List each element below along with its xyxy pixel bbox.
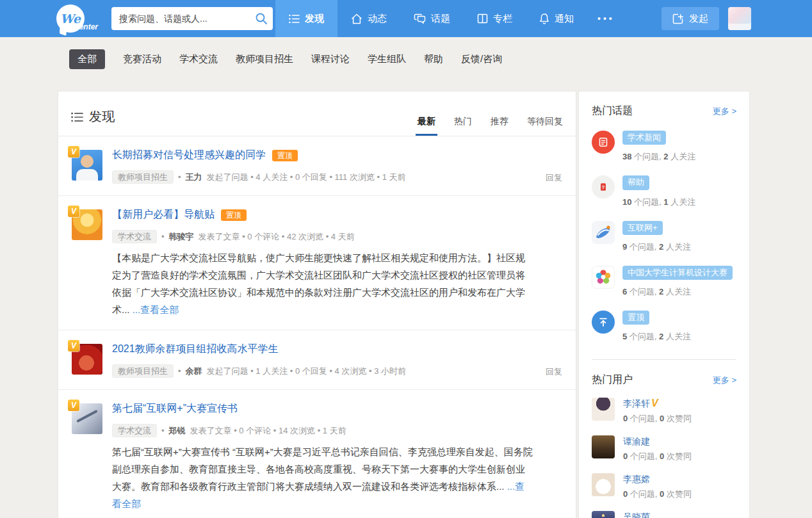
nav-label: 专栏 bbox=[493, 13, 512, 25]
nav-item-discover[interactable]: 发现 bbox=[275, 0, 337, 37]
reply-link[interactable]: 回复 bbox=[546, 172, 562, 184]
hot-user-row: 李泽轩V 0 个问题, 0 次赞同 bbox=[592, 398, 736, 425]
hot-topic-row: 置顶 5 个问题, 2 人关注 bbox=[592, 311, 736, 343]
hot-users-title: 热门用户 bbox=[592, 373, 633, 387]
user-name-link[interactable]: 吴晓茵 bbox=[623, 512, 650, 518]
hot-topic-row: ? 帮助 10 个问题, 1 人关注 bbox=[592, 175, 736, 207]
nav-item-notifications[interactable]: 通知 bbox=[526, 0, 587, 37]
user-avatar[interactable] bbox=[592, 473, 615, 496]
reply-link[interactable]: 回复 bbox=[546, 366, 562, 378]
topic-tag[interactable]: 教师项目招生 bbox=[112, 364, 174, 378]
topic-stats: 6 个问题, 2 人关注 bbox=[622, 286, 733, 298]
news-topic-icon[interactable] bbox=[592, 131, 615, 154]
topic-tag-link[interactable]: 学术新闻 bbox=[622, 131, 666, 145]
topic-tag[interactable]: 学术交流 bbox=[112, 230, 157, 243]
feed-header: 发现 最新 热门 推荐 等待回复 bbox=[58, 92, 576, 136]
user-avatar[interactable] bbox=[592, 511, 615, 518]
right-sidebar: 热门话题 更多 > 学术新闻 38 个问题, 2 人关注 ? bbox=[578, 91, 750, 518]
current-user-avatar[interactable] bbox=[728, 7, 751, 30]
author-link[interactable]: 王力 bbox=[186, 172, 202, 183]
swoosh-logo-icon bbox=[592, 221, 615, 244]
hot-topics-more-link[interactable]: 更多 > bbox=[713, 106, 736, 117]
topic-tag-link[interactable]: 中国大学生计算机设计大赛 bbox=[622, 266, 733, 280]
pinned-topic-icon[interactable] bbox=[592, 311, 615, 334]
topic-tag-link[interactable]: 置顶 bbox=[622, 311, 649, 325]
author-link[interactable]: 余群 bbox=[186, 366, 202, 377]
topic-tag-link[interactable]: 互联网+ bbox=[622, 221, 663, 235]
filter-help[interactable]: 帮助 bbox=[424, 53, 443, 65]
hot-users-more-link[interactable]: 更多 > bbox=[713, 375, 736, 386]
topic-stats: 10 个问题, 1 人关注 bbox=[622, 197, 695, 208]
wecenter-logo[interactable]: We Center bbox=[56, 0, 106, 37]
feed-item: V 【新用户必看】导航贴 置顶 学术交流 • 韩骏宇 发表了文章 • 0 个评论… bbox=[58, 196, 576, 330]
publish-button[interactable]: 发起 bbox=[662, 7, 719, 30]
page-title: 发现 bbox=[89, 108, 115, 125]
filter-academic[interactable]: 学术交流 bbox=[179, 53, 218, 65]
content-area: 发现 最新 热门 推荐 等待回复 V 长期招募对信号处理感兴趣的同学 置顶 bbox=[58, 91, 750, 518]
question-title-link[interactable]: 长期招募对信号处理感兴趣的同学 bbox=[112, 149, 266, 162]
nav-label: 发现 bbox=[305, 13, 324, 25]
verified-badge: V bbox=[651, 398, 658, 409]
discover-list-icon bbox=[289, 14, 300, 24]
topic-stats: 9 个问题, 2 人关注 bbox=[622, 241, 691, 253]
category-filter-bar: 全部 竞赛活动 学术交流 教师项目招生 课程讨论 学生组队 帮助 反馈/咨询 bbox=[69, 49, 750, 69]
newspaper-icon bbox=[597, 136, 609, 148]
feed-list: V 长期招募对信号处理感兴趣的同学 置顶 教师项目招生 • 王力 发起了问题 •… bbox=[58, 136, 576, 518]
pinned-badge: 置顶 bbox=[221, 209, 247, 221]
search-icon[interactable] bbox=[255, 12, 268, 25]
nav-item-columns[interactable]: 专栏 bbox=[464, 0, 526, 37]
discover-feed-card: 发现 最新 热门 推荐 等待回复 V 长期招募对信号处理感兴趣的同学 置顶 bbox=[58, 91, 576, 518]
user-name-link[interactable]: 李惠嫦 bbox=[623, 474, 650, 484]
bell-icon bbox=[539, 13, 549, 24]
filter-competitions[interactable]: 竞赛活动 bbox=[123, 53, 161, 65]
view-all-link[interactable]: ...查看全部 bbox=[133, 304, 179, 315]
filter-recruitment[interactable]: 教师项目招生 bbox=[236, 53, 293, 65]
hot-topic-row: 中国大学生计算机设计大赛 6 个问题, 2 人关注 bbox=[592, 266, 736, 298]
topic-stats: 5 个问题, 2 人关注 bbox=[622, 331, 691, 343]
logo-center-text: Center bbox=[74, 22, 98, 31]
article-title-link[interactable]: 【新用户必看】导航贴 bbox=[112, 208, 215, 222]
top-navbar: We Center 发现 动态 话题 bbox=[0, 0, 812, 37]
tab-hot[interactable]: 热门 bbox=[454, 116, 472, 136]
verified-badge: V bbox=[68, 340, 79, 352]
verified-badge: V bbox=[68, 400, 79, 411]
help-topic-icon[interactable]: ? bbox=[592, 175, 615, 198]
verified-badge: V bbox=[68, 206, 79, 217]
filter-teams[interactable]: 学生组队 bbox=[368, 53, 406, 65]
topic-stats: 38 个问题, 2 人关注 bbox=[622, 151, 695, 163]
publish-label: 发起 bbox=[689, 13, 708, 25]
tab-latest[interactable]: 最新 bbox=[418, 116, 435, 136]
topic-tag[interactable]: 学术交流 bbox=[112, 424, 157, 437]
filter-all[interactable]: 全部 bbox=[69, 49, 105, 69]
hot-topics-title: 热门话题 bbox=[592, 104, 633, 118]
hot-topic-row: 互联网+ 9 个问题, 2 人关注 bbox=[592, 221, 736, 253]
tab-recommended[interactable]: 推荐 bbox=[491, 116, 508, 136]
author-link[interactable]: 郑锐 bbox=[169, 425, 186, 437]
meta-text: 发表了文章 • 0 个评论 • 14 次浏览 • 1 天前 bbox=[190, 425, 346, 437]
topic-tag-link[interactable]: 帮助 bbox=[622, 175, 649, 190]
user-name-link[interactable]: 李泽轩 bbox=[623, 398, 650, 409]
feed-sort-tabs: 最新 热门 推荐 等待回复 bbox=[418, 116, 563, 136]
nav-item-topics[interactable]: 话题 bbox=[400, 0, 464, 37]
article-title-link[interactable]: 第七届“互联网+”大赛宣传书 bbox=[112, 402, 238, 416]
tab-awaiting-reply[interactable]: 等待回复 bbox=[527, 116, 563, 136]
navbar-right: 发起 bbox=[662, 7, 812, 30]
author-link[interactable]: 韩骏宇 bbox=[169, 231, 194, 243]
item-meta: 教师项目招生 • 余群 发起了问题 • 1 人关注 • 0 个回复 • 4 次浏… bbox=[112, 364, 533, 378]
nav-more-button[interactable]: ••• bbox=[587, 0, 625, 37]
search-input[interactable] bbox=[111, 7, 273, 30]
topic-tag[interactable]: 教师项目招生 bbox=[112, 170, 174, 184]
computer-design-topic-icon[interactable] bbox=[592, 266, 615, 289]
nav-item-activity[interactable]: 动态 bbox=[337, 0, 400, 37]
filter-course[interactable]: 课程讨论 bbox=[311, 53, 350, 65]
question-title-link[interactable]: 2021教师余群项目组招收高水平学生 bbox=[112, 343, 279, 356]
filter-feedback[interactable]: 反馈/咨询 bbox=[461, 53, 502, 65]
user-avatar[interactable] bbox=[592, 398, 615, 421]
columns-icon bbox=[477, 13, 488, 24]
user-stats: 0 个问题, 0 次赞同 bbox=[623, 489, 692, 500]
user-name-link[interactable]: 谭渝建 bbox=[623, 436, 650, 446]
separator: • bbox=[161, 426, 165, 435]
user-avatar[interactable] bbox=[592, 435, 615, 458]
internet-plus-topic-icon[interactable] bbox=[592, 221, 615, 244]
item-meta: 学术交流 • 韩骏宇 发表了文章 • 0 个评论 • 42 次浏览 • 4 天前 bbox=[112, 230, 533, 243]
